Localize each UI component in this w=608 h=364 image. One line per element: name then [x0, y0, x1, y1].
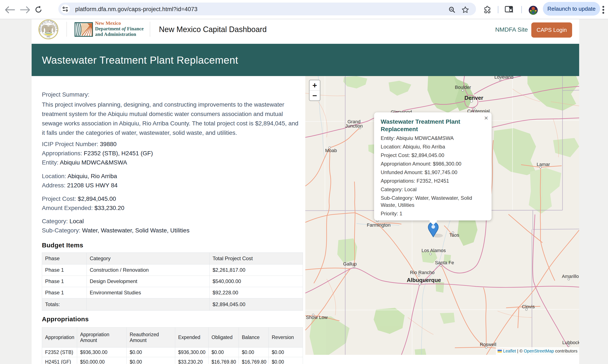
- svg-text:Farmington: Farmington: [367, 222, 390, 228]
- svg-text:Lubbock: Lubbock: [562, 340, 579, 345]
- svg-text:Junction: Junction: [345, 123, 363, 129]
- svg-text:Denver: Denver: [465, 95, 483, 101]
- svg-text:·1912·: ·1912·: [46, 36, 51, 38]
- svg-text:Rio Rancho: Rio Rancho: [410, 270, 435, 275]
- svg-text:Show Low: Show Low: [306, 315, 328, 320]
- svg-text:Clovis: Clovis: [522, 304, 535, 309]
- svg-text:Taos: Taos: [449, 233, 459, 238]
- svg-text:Gallup: Gallup: [343, 261, 357, 267]
- svg-text:Amarillo: Amarillo: [562, 274, 579, 279]
- svg-text:Lamar: Lamar: [537, 162, 550, 167]
- svg-text:Los Alamos: Los Alamos: [422, 248, 446, 253]
- svg-text:Santa Fe: Santa Fe: [435, 260, 454, 265]
- svg-text:Moab: Moab: [325, 148, 337, 153]
- svg-text:Roswell: Roswell: [480, 342, 496, 347]
- svg-text:Loveland: Loveland: [494, 76, 513, 80]
- svg-text:Boulder: Boulder: [455, 85, 471, 90]
- svg-text:Albuquerque: Albuquerque: [407, 277, 441, 283]
